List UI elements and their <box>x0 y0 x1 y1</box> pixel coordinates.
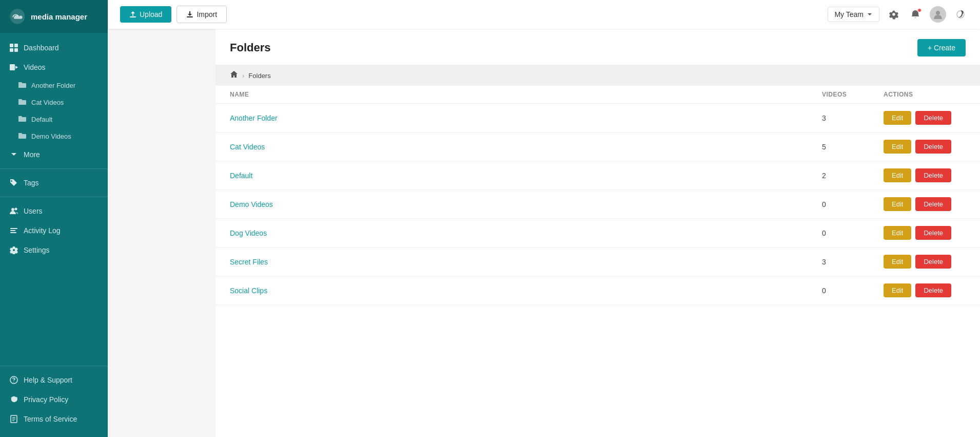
sidebar-item-privacy[interactable]: Privacy Policy <box>0 390 108 409</box>
svg-rect-4 <box>14 48 18 52</box>
folder-name-link[interactable]: Secret Files <box>230 258 268 266</box>
sidebar-item-cat-videos-label: Cat Videos <box>31 99 64 106</box>
videos-count: 3 <box>822 258 884 266</box>
edit-button[interactable]: Edit <box>884 111 911 125</box>
sidebar-item-settings[interactable]: Settings <box>0 240 108 260</box>
col-name-header: NAME <box>230 91 822 98</box>
svg-point-7 <box>11 208 14 211</box>
folder-name-link[interactable]: Cat Videos <box>230 143 265 151</box>
sidebar-item-tags[interactable]: Tags <box>0 173 108 193</box>
table-row: Secret Files 3 Edit Delete <box>215 248 980 276</box>
sidebar-item-terms-label: Terms of Service <box>24 415 77 423</box>
table-row: Default 2 Edit Delete <box>215 161 980 190</box>
create-label: + Create <box>928 44 955 52</box>
avatar-icon <box>932 9 944 20</box>
edit-button[interactable]: Edit <box>884 168 911 182</box>
upload-label: Upload <box>140 10 162 18</box>
breadcrumb-separator: › <box>242 72 244 80</box>
folder-icon-another <box>18 81 26 90</box>
app-name: media manager <box>31 12 87 21</box>
folder-icon-demo <box>18 132 26 141</box>
team-label: My Team <box>834 10 864 18</box>
app-logo-icon <box>9 8 26 25</box>
delete-button[interactable]: Delete <box>915 111 951 125</box>
folder-name-link[interactable]: Demo Videos <box>230 200 273 208</box>
folder-name-link[interactable]: Social Clips <box>230 287 267 295</box>
delete-button[interactable]: Delete <box>915 197 951 211</box>
sidebar-item-more[interactable]: More <box>0 145 108 164</box>
activity-log-icon <box>9 226 18 235</box>
notification-dot <box>917 8 922 12</box>
delete-button[interactable]: Delete <box>915 283 951 297</box>
table-row: Dog Videos 0 Edit Delete <box>215 219 980 248</box>
videos-count: 0 <box>822 200 884 208</box>
users-icon <box>9 206 18 216</box>
svg-point-20 <box>936 11 940 15</box>
videos-icon <box>9 63 18 72</box>
edit-button[interactable]: Edit <box>884 197 911 211</box>
sidebar-item-demo-videos[interactable]: Demo Videos <box>0 128 108 145</box>
breadcrumb-current: Folders <box>248 72 270 80</box>
sidebar-divider-2 <box>0 197 108 197</box>
sidebar-item-default[interactable]: Default <box>0 111 108 128</box>
edit-button[interactable]: Edit <box>884 283 911 297</box>
sidebar: media manager Dashboard Videos Another F… <box>0 0 108 437</box>
delete-button[interactable]: Delete <box>915 168 951 182</box>
delete-button[interactable]: Delete <box>915 255 951 269</box>
folder-name-link[interactable]: Another Folder <box>230 114 278 122</box>
sidebar-item-cat-videos[interactable]: Cat Videos <box>0 94 108 111</box>
svg-rect-2 <box>14 44 18 47</box>
edit-button[interactable]: Edit <box>884 226 911 240</box>
svg-rect-10 <box>10 230 15 231</box>
tag-icon <box>9 178 18 187</box>
delete-button[interactable]: Delete <box>915 226 951 240</box>
sidebar-item-tags-label: Tags <box>24 179 39 187</box>
upload-button[interactable]: Upload <box>120 6 171 23</box>
sidebar-item-settings-label: Settings <box>24 246 50 254</box>
folder-name-link[interactable]: Default <box>230 172 252 180</box>
sidebar-item-dashboard[interactable]: Dashboard <box>0 38 108 58</box>
sidebar-item-another-folder[interactable]: Another Folder <box>0 77 108 94</box>
import-button[interactable]: Import <box>177 6 227 23</box>
create-button[interactable]: + Create <box>917 39 966 56</box>
sidebar-item-videos[interactable]: Videos <box>0 58 108 77</box>
table-row: Demo Videos 0 Edit Delete <box>215 190 980 219</box>
settings-button[interactable] <box>887 7 901 22</box>
privacy-icon <box>9 395 18 404</box>
sidebar-item-activity-log-label: Activity Log <box>24 226 61 235</box>
delete-button[interactable]: Delete <box>915 140 951 154</box>
svg-rect-19 <box>187 16 193 17</box>
breadcrumb: › Folders <box>215 65 980 86</box>
edit-button[interactable]: Edit <box>884 140 911 154</box>
svg-rect-3 <box>10 48 13 52</box>
sidebar-item-terms[interactable]: Terms of Service <box>0 409 108 429</box>
user-avatar[interactable] <box>930 6 946 23</box>
sidebar-item-users-label: Users <box>24 207 43 215</box>
sidebar-logo[interactable]: media manager <box>0 0 108 33</box>
table-row: Cat Videos 5 Edit Delete <box>215 132 980 161</box>
sidebar-navigation: Dashboard Videos Another Folder Cat Vide… <box>0 33 108 366</box>
notifications-button[interactable] <box>908 7 923 22</box>
upload-icon <box>129 11 136 18</box>
svg-rect-9 <box>10 228 17 229</box>
dark-mode-button[interactable] <box>953 7 968 22</box>
actions-cell: Edit Delete <box>884 255 966 269</box>
folder-name-link[interactable]: Dog Videos <box>230 229 267 237</box>
table-row: Another Folder 3 Edit Delete <box>215 104 980 132</box>
svg-marker-6 <box>15 66 18 69</box>
sidebar-item-help[interactable]: Help & Support <box>0 370 108 390</box>
edit-button[interactable]: Edit <box>884 255 911 269</box>
sidebar-item-demo-videos-label: Demo Videos <box>31 132 71 140</box>
breadcrumb-home-icon[interactable] <box>230 70 238 81</box>
sidebar-item-activity-log[interactable]: Activity Log <box>0 221 108 240</box>
main-content: Folders + Create › Folders NAME VIDEOS A… <box>215 29 980 437</box>
team-selector[interactable]: My Team <box>828 7 879 22</box>
sidebar-item-help-label: Help & Support <box>24 376 72 384</box>
folder-icon-default <box>18 115 26 124</box>
actions-cell: Edit Delete <box>884 140 966 154</box>
videos-count: 5 <box>822 143 884 151</box>
import-label: Import <box>197 10 217 18</box>
sidebar-item-another-folder-label: Another Folder <box>31 82 75 89</box>
sidebar-item-users[interactable]: Users <box>0 201 108 221</box>
svg-rect-11 <box>10 232 16 233</box>
